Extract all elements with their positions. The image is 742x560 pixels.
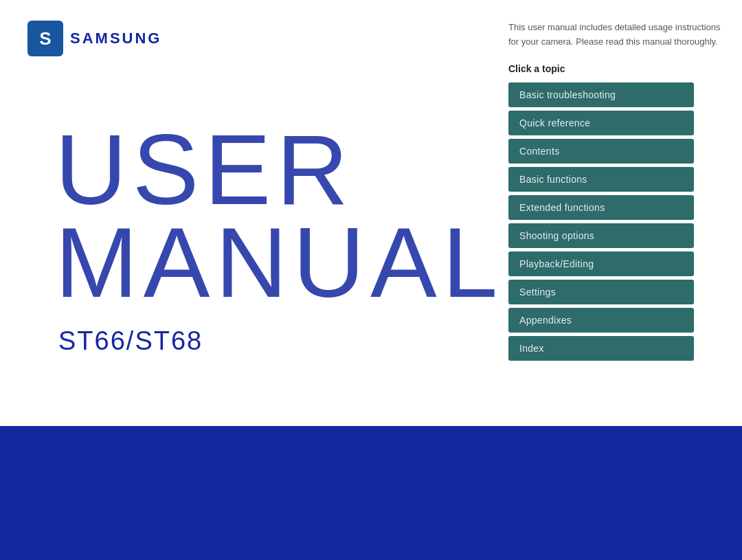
nav-buttons: Basic troubleshootingQuick referenceCont… <box>508 82 721 361</box>
nav-btn-shooting-options[interactable]: Shooting options <box>508 223 694 248</box>
top-section: S SAMSUNG USER MANUAL ST66/ST68 This use… <box>0 0 742 426</box>
nav-btn-extended-functions[interactable]: Extended functions <box>508 195 694 220</box>
left-panel: S SAMSUNG USER MANUAL ST66/ST68 <box>0 0 495 426</box>
page-wrapper: S SAMSUNG USER MANUAL ST66/ST68 This use… <box>0 0 742 560</box>
main-title-area: USER MANUAL ST66/ST68 <box>27 70 503 405</box>
nav-btn-playback-editing[interactable]: Playback/Editing <box>508 251 694 276</box>
nav-btn-index[interactable]: Index <box>508 336 694 361</box>
samsung-logo: S SAMSUNG <box>27 21 161 56</box>
nav-btn-quick-reference[interactable]: Quick reference <box>508 111 694 135</box>
intro-text: This user manual includes detailed usage… <box>508 21 721 49</box>
subtitle-model: ST66/ST68 <box>58 326 203 356</box>
nav-btn-settings[interactable]: Settings <box>508 280 694 304</box>
nav-btn-basic-troubleshooting[interactable]: Basic troubleshooting <box>508 82 694 107</box>
brand-name: SAMSUNG <box>70 30 161 47</box>
nav-btn-contents[interactable]: Contents <box>508 139 694 164</box>
right-panel: This user manual includes detailed usage… <box>495 0 742 426</box>
nav-btn-appendixes[interactable]: Appendixes <box>508 308 694 333</box>
bottom-section <box>0 426 742 560</box>
nav-btn-basic-functions[interactable]: Basic functions <box>508 167 694 192</box>
title-user: USER <box>55 120 354 220</box>
click-topic-label: Click a topic <box>508 63 721 74</box>
title-manual: MANUAL <box>55 213 503 313</box>
samsung-logo-bg: S <box>27 21 63 56</box>
